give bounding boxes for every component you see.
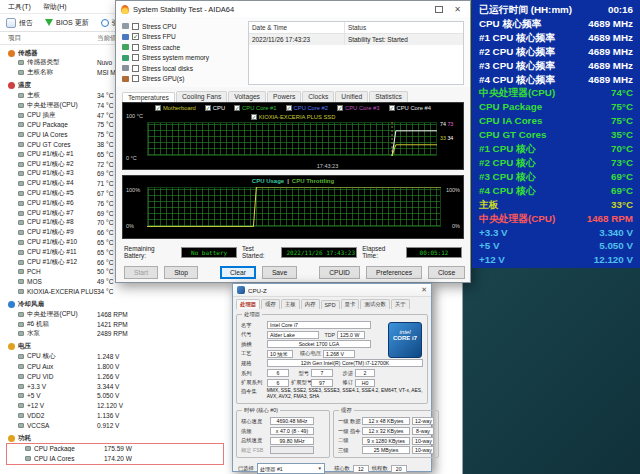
stress-option-label: Stress GPU(s) (142, 75, 185, 82)
toolbar-button-bios-update[interactable]: BIOS 更新 (45, 18, 89, 28)
preferences-button[interactable]: Preferences (366, 266, 422, 279)
stop-button[interactable]: Stop (164, 266, 198, 279)
cache-group-label: 缓存 (339, 407, 354, 414)
checkbox-checked[interactable]: ✓ (234, 105, 240, 111)
cpu-usage-chart-title: CPU Usage|CPU Throttling (123, 176, 463, 186)
menu-item[interactable]: 帮助(H) (43, 2, 67, 12)
cpuz-tab-关于[interactable]: 关于 (391, 299, 410, 309)
checkbox-checked[interactable]: ✓ (286, 105, 292, 111)
stress-option[interactable]: Stress GPU(s) (122, 74, 242, 85)
checkbox-checked[interactable]: ✓ (205, 105, 211, 111)
checkbox[interactable] (132, 65, 139, 72)
osd-value: 4689 MHz (588, 31, 633, 45)
cpuz-tab-测试分数[interactable]: 测试分数 (360, 299, 390, 309)
cpuz-tab-缓存[interactable]: 缓存 (261, 299, 280, 309)
osd-value: 4689 MHz (588, 17, 633, 31)
tab-powers[interactable]: Powers (267, 91, 301, 102)
checkbox[interactable] (132, 75, 139, 82)
cpuz-tab-显卡[interactable]: 显卡 (341, 299, 360, 309)
processor-select[interactable]: 处理器 #1 ▼ (257, 463, 325, 474)
processor-select-value: 处理器 #1 (260, 465, 283, 473)
l1-inst-way-field: 8-way (412, 427, 434, 435)
checkbox[interactable] (132, 44, 139, 51)
osd-value: 3.340 V (599, 226, 633, 240)
cpu-name-field: Intel Core i7 (267, 321, 371, 329)
checkbox-checked[interactable]: ✓ (251, 114, 257, 120)
checkbox[interactable] (132, 54, 139, 61)
checkbox[interactable] (132, 23, 139, 30)
family-label: 系列 (241, 370, 265, 377)
toolbar-button-report[interactable]: 报告 (6, 18, 33, 28)
bus-speed-label: 总线速度 (241, 437, 268, 444)
sensor-chip-icon (18, 289, 24, 294)
sst-titlebar[interactable]: System Stability Test - AIDA64 ✕ (116, 1, 470, 17)
cpuz-tab-SPD[interactable]: SPD (321, 300, 340, 309)
sensor-row-value: 1.800 V (97, 363, 119, 370)
stress-option[interactable]: Stress cache (122, 42, 242, 53)
sensor-row-value: 1.136 V (97, 412, 119, 419)
stress-option[interactable]: ✓Stress FPU (122, 32, 242, 43)
cpuz-clocks-group: 时钟 (核心 #0) 核心速度4690.48 MHz 倍频x 47.0 (8 -… (236, 410, 330, 458)
sensor-row-value: 70 °C (97, 219, 113, 226)
maximize-button[interactable] (431, 3, 446, 15)
checkbox-checked[interactable]: ✓ (337, 105, 343, 111)
cpuz-tab-主板[interactable]: 主板 (281, 299, 300, 309)
cpuz-tab-内存[interactable]: 内存 (301, 299, 320, 309)
checkbox-checked[interactable]: ✓ (132, 33, 139, 40)
tab-clocks[interactable]: Clocks (302, 91, 334, 102)
sensor-chip-icon (18, 103, 24, 108)
osd-label: #2 CPU 核心 (479, 156, 536, 170)
sensor-row[interactable]: CPU Package175.59 W (7, 444, 223, 454)
sensor-row-value: 65 °C (97, 151, 113, 158)
tab-unified[interactable]: Unified (335, 91, 368, 102)
table-row[interactable]: 2022/11/26 17:43:23 Stability Test: Star… (249, 34, 463, 45)
l2-field: 9 x 1280 KBytes (362, 437, 410, 445)
status-table[interactable]: Date & Time Status 2022/11/26 17:43:23 S… (248, 21, 464, 85)
close-button[interactable]: ✕ (450, 3, 465, 15)
legend-label: CPU Core #2 (294, 105, 328, 111)
legend-label: KIOXIA-EXCERIA PLUS SSD (259, 114, 336, 120)
cpuz-titlebar[interactable]: CPU-Z ✕ (233, 284, 431, 297)
tab-cooling-fans[interactable]: Cooling Fans (176, 91, 227, 102)
stress-option-label: Stress FPU (142, 33, 176, 40)
sensor-row-label: +5 V (27, 392, 97, 399)
clear-button[interactable]: Clear (220, 266, 256, 279)
current-value-label: 33 34 (440, 135, 453, 141)
sensor-row-label: CPU VID (27, 373, 97, 380)
intel-core-i7-badge: intel CORE i7 (388, 322, 422, 358)
osd-value: 5.050 V (599, 239, 633, 253)
checkbox-checked[interactable]: ✓ (389, 105, 395, 111)
sensor-row-label: 主板名称 (27, 68, 97, 77)
menu-item[interactable]: 工具(T) (8, 2, 31, 12)
cpuid-button[interactable]: CPUID (319, 266, 360, 279)
osd-value: 1468 RPM (587, 212, 633, 226)
save-button[interactable]: Save (262, 266, 297, 279)
sensor-chip-icon (18, 132, 24, 137)
cpuz-tab-bar: 处理器缓存主板内存SPD显卡测试分数关于 (233, 297, 431, 309)
cpuz-cache-group: 缓存 一级 数据12 x 48 KBytes12-way 一级 指令12 x 3… (333, 410, 439, 458)
checkbox-checked[interactable]: ✓ (155, 105, 161, 111)
cores-label: 核心数 (334, 465, 350, 472)
tab-statistics[interactable]: Statistics (369, 91, 408, 102)
sensor-row[interactable]: CPU IA Cores174.20 W (7, 454, 223, 464)
sensor-row-label: CPU #1/核心 #9 (27, 228, 97, 237)
stress-option[interactable]: Stress local disks (122, 63, 242, 74)
sensor-row-value: 5.050 V (97, 392, 119, 399)
sst-button-row: StartStopClearSaveCPUIDPreferencesClose (116, 261, 470, 279)
stress-option[interactable]: Stress CPU (122, 21, 242, 32)
stress-option[interactable]: Stress system memory (122, 53, 242, 64)
l2-label: 二级 (338, 437, 360, 444)
legend-item: ✓CPU Core #4 (389, 105, 431, 111)
osd-label: #1 CPU 核心频率 (479, 31, 555, 45)
close-button[interactable]: Close (428, 266, 465, 279)
osd-label: CPU 核心频率 (479, 17, 542, 31)
chart-title-part: CPU Throttling (292, 178, 334, 184)
sensor-row-value: 75 °C (97, 131, 113, 138)
core-i7-logo-text: CORE i7 (389, 335, 421, 341)
cpuz-close-button[interactable]: ✕ (421, 286, 427, 294)
instructions-field: MMX, SSE, SSE2, SSE3, SSSE3, SSE4.1, SSE… (267, 388, 423, 400)
specification-label: 规格 (241, 360, 265, 367)
tab-voltages[interactable]: Voltages (228, 91, 266, 102)
sensor-row-label: CPU IA Cores (34, 455, 104, 462)
cpuz-tab-处理器[interactable]: 处理器 (236, 299, 260, 309)
